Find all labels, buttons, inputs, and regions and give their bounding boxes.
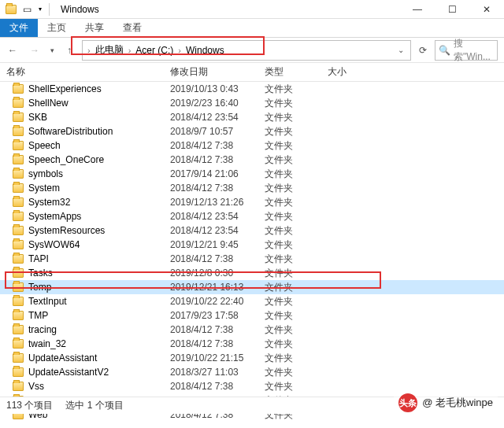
- file-list[interactable]: ShellExperiences2019/10/13 0:43文件夹ShellN…: [0, 82, 504, 422]
- column-name[interactable]: 名称: [0, 65, 170, 79]
- table-row[interactable]: Temp2019/12/21 16:13文件夹: [0, 280, 504, 294]
- status-selection: 选中 1 个项目: [65, 399, 123, 412]
- table-row[interactable]: UpdateAssistant2019/10/22 21:15文件夹: [0, 351, 504, 365]
- file-name: ShellExperiences: [28, 83, 102, 94]
- search-input[interactable]: 🔍 搜索"Win...: [435, 40, 498, 61]
- chevron-right-icon[interactable]: [86, 46, 92, 55]
- file-type: 文件夹: [265, 125, 328, 138]
- table-row[interactable]: Tasks2019/12/8 0:30文件夹: [0, 266, 504, 280]
- column-headers: 名称 修改日期 类型 大小: [0, 63, 504, 82]
- file-date: 2018/9/7 10:57: [170, 126, 265, 137]
- file-type: 文件夹: [265, 281, 328, 294]
- window-title: Windows: [61, 4, 99, 15]
- nav-row: ← → ▾ ↑ 此电脑 Acer (C:) Windows ⌄ ⟳ 🔍 搜索"W…: [0, 38, 504, 63]
- table-row[interactable]: TextInput2019/10/22 22:40文件夹: [0, 294, 504, 308]
- column-date[interactable]: 修改日期: [170, 65, 265, 79]
- file-type: 文件夹: [265, 83, 328, 96]
- chevron-right-icon[interactable]: [127, 46, 133, 55]
- folder-icon: [13, 268, 24, 278]
- table-row[interactable]: twain_322018/4/12 7:38文件夹: [0, 337, 504, 351]
- file-name: twain_32: [28, 338, 66, 349]
- watermark: 头条 @ 老毛桃winpe: [394, 392, 498, 414]
- table-row[interactable]: ShellNew2019/2/23 16:40文件夹: [0, 96, 504, 110]
- up-button[interactable]: ↑: [60, 41, 79, 60]
- folder-icon: [13, 84, 24, 94]
- file-date: 2018/4/12 7:38: [170, 154, 265, 165]
- file-type: 文件夹: [265, 97, 328, 110]
- ribbon-view-tab[interactable]: 查看: [113, 19, 151, 37]
- table-row[interactable]: Speech_OneCore2018/4/12 7:38文件夹: [0, 153, 504, 167]
- table-row[interactable]: SKB2018/4/12 23:54文件夹: [0, 110, 504, 124]
- table-row[interactable]: tracing2018/4/12 7:38文件夹: [0, 323, 504, 337]
- chevron-right-icon[interactable]: [176, 46, 183, 55]
- minimize-button[interactable]: —: [400, 0, 435, 19]
- maximize-button[interactable]: ☐: [435, 0, 469, 19]
- file-type: 文件夹: [265, 323, 328, 337]
- file-date: 2018/4/12 7:38: [170, 338, 265, 349]
- table-row[interactable]: SoftwareDistribution2018/9/7 10:57文件夹: [0, 124, 504, 138]
- column-type[interactable]: 类型: [265, 65, 328, 79]
- file-date: 2019/10/13 0:43: [170, 83, 265, 94]
- breadcrumb-drive[interactable]: Acer (C:): [132, 45, 176, 56]
- file-type: 文件夹: [265, 139, 328, 153]
- file-date: 2018/4/12 7:38: [170, 183, 265, 194]
- ribbon-file-tab[interactable]: 文件: [0, 19, 38, 37]
- column-size[interactable]: 大小: [328, 65, 406, 79]
- breadcrumb-this-pc[interactable]: 此电脑: [92, 43, 127, 57]
- table-row[interactable]: SystemApps2018/4/12 23:54文件夹: [0, 209, 504, 223]
- file-date: 2018/4/12 23:54: [170, 211, 265, 222]
- file-date: 2019/12/8 0:30: [170, 268, 265, 279]
- back-button[interactable]: ←: [3, 41, 22, 60]
- breadcrumb-folder[interactable]: Windows: [183, 45, 228, 56]
- file-date: 2019/10/22 22:40: [170, 296, 265, 307]
- file-name: SoftwareDistribution: [28, 126, 113, 137]
- table-row[interactable]: SystemResources2018/4/12 23:54文件夹: [0, 223, 504, 238]
- folder-icon: [13, 197, 24, 207]
- folder-icon: [13, 155, 24, 164]
- folder-app-icon: [5, 3, 17, 16]
- table-row[interactable]: SysWOW642019/12/21 9:45文件夹: [0, 238, 504, 252]
- file-type: 文件夹: [265, 253, 328, 266]
- table-row[interactable]: UpdateAssistantV22018/3/27 11:03文件夹: [0, 365, 504, 379]
- file-type: 文件夹: [265, 111, 328, 124]
- folder-icon: [13, 297, 24, 306]
- qat-dropdown-icon[interactable]: ▾: [36, 3, 44, 16]
- file-type: 文件夹: [265, 366, 328, 379]
- file-name: SysWOW64: [28, 239, 80, 250]
- file-date: 2019/10/22 21:15: [170, 352, 265, 363]
- refresh-button[interactable]: ⟳: [414, 42, 432, 59]
- folder-icon: [13, 169, 24, 179]
- recent-dropdown-icon[interactable]: ▾: [47, 41, 57, 60]
- table-row[interactable]: TMP2017/9/23 17:58文件夹: [0, 308, 504, 323]
- file-type: 文件夹: [265, 338, 328, 351]
- file-date: 2019/12/21 16:13: [170, 282, 265, 293]
- file-type: 文件夹: [265, 352, 328, 365]
- file-type: 文件夹: [265, 196, 328, 209]
- folder-icon: [13, 339, 24, 349]
- watermark-text: @ 老毛桃winpe: [422, 396, 493, 410]
- qat-item-icon[interactable]: ▭: [22, 3, 32, 16]
- ribbon-home-tab[interactable]: 主页: [38, 19, 76, 37]
- table-row[interactable]: symbols2017/9/14 21:06文件夹: [0, 167, 504, 181]
- table-row[interactable]: System322019/12/13 21:26文件夹: [0, 195, 504, 209]
- status-item-count: 113 个项目: [6, 399, 53, 412]
- table-row[interactable]: Speech2018/4/12 7:38文件夹: [0, 138, 504, 153]
- forward-button[interactable]: →: [25, 41, 44, 60]
- table-row[interactable]: System2018/4/12 7:38文件夹: [0, 181, 504, 195]
- address-bar[interactable]: 此电脑 Acer (C:) Windows ⌄: [82, 40, 411, 61]
- ribbon-share-tab[interactable]: 共享: [76, 19, 113, 37]
- folder-icon: [13, 141, 24, 150]
- folder-icon: [13, 183, 24, 193]
- table-row[interactable]: ShellExperiences2019/10/13 0:43文件夹: [0, 82, 504, 96]
- table-row[interactable]: TAPI2018/4/12 7:38文件夹: [0, 252, 504, 266]
- file-name: TAPI: [28, 253, 49, 264]
- file-date: 2017/9/23 17:58: [170, 310, 265, 321]
- file-name: SystemResources: [28, 225, 105, 236]
- file-type: 文件夹: [265, 380, 328, 393]
- file-type: 文件夹: [265, 210, 328, 223]
- file-name: symbols: [28, 168, 63, 179]
- close-button[interactable]: ✕: [469, 0, 504, 19]
- address-history-dropdown[interactable]: ⌄: [395, 46, 407, 54]
- folder-icon: [13, 382, 24, 391]
- file-name: UpdateAssistant: [28, 352, 97, 363]
